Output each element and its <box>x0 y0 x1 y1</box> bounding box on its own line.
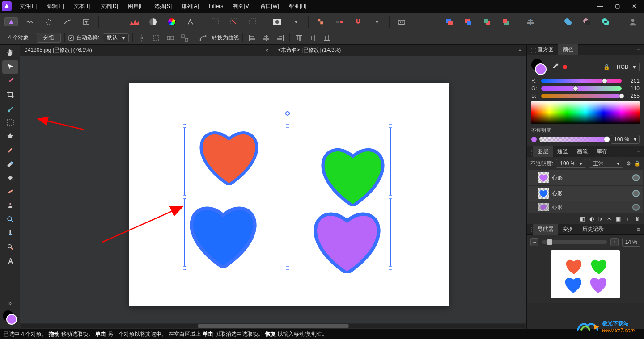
eyedropper-icon[interactable] <box>551 63 559 71</box>
tab-navigator[interactable]: 导航器 <box>533 224 558 235</box>
horizontal-scrollbar[interactable] <box>20 323 526 329</box>
menu-window[interactable]: 窗口[W] <box>256 1 284 12</box>
color-spectrum[interactable] <box>531 101 640 124</box>
stamp-tool[interactable] <box>2 226 18 240</box>
opacity-value-field[interactable]: 100 %▾ <box>611 135 640 144</box>
blend-mode-dropdown[interactable]: 正常▾ <box>589 159 623 168</box>
menu-text[interactable]: 文本[T] <box>69 1 95 12</box>
more-tools[interactable]: » <box>2 297 18 310</box>
panel-grip-icon[interactable]: ⋮⋮ <box>529 47 533 53</box>
levels-icon[interactable] <box>127 15 141 29</box>
menu-view[interactable]: 视图[V] <box>229 1 255 12</box>
menu-arrange[interactable]: 排列[A] <box>177 1 203 12</box>
move-tool[interactable] <box>2 60 18 74</box>
panel-menu-icon[interactable]: ≡ <box>634 149 642 155</box>
align-left-icon[interactable] <box>246 33 257 43</box>
zoom-in-button[interactable]: + <box>610 238 619 246</box>
auto-select-mode-dropdown[interactable]: 默认▾ <box>103 33 129 42</box>
fill-tool[interactable] <box>2 171 18 184</box>
persona-export-icon[interactable] <box>80 15 93 29</box>
drag-handle-icon[interactable]: ⋮⋮ <box>531 175 535 181</box>
zoom-slider[interactable] <box>542 240 607 244</box>
delete-layer-icon[interactable]: 🗑 <box>635 216 640 222</box>
cycle-box-icon[interactable] <box>165 33 176 43</box>
menu-help[interactable]: 帮助[H] <box>284 1 311 12</box>
healing-tool[interactable] <box>2 185 18 198</box>
r-slider[interactable]: R: 201 <box>531 78 640 84</box>
adjustment-icon[interactable]: ◐ <box>589 216 594 222</box>
add-layer-icon[interactable]: ＋ <box>625 215 631 223</box>
panel-menu-icon[interactable]: ≡ <box>634 47 642 53</box>
panel-menu-icon[interactable]: ≡ <box>634 226 642 233</box>
flood-select-tool[interactable] <box>2 130 18 143</box>
selection-intersect-icon[interactable] <box>246 15 259 29</box>
clone-tool[interactable] <box>2 199 18 212</box>
convert-curve-icon[interactable] <box>198 33 208 43</box>
menu-layer[interactable]: 图层[L] <box>123 1 149 12</box>
adjust-icon[interactable] <box>146 15 160 29</box>
tab-brushes[interactable]: 画笔 <box>572 146 592 157</box>
group-layer-icon[interactable]: ▣ <box>616 216 621 222</box>
align-center-icon[interactable] <box>524 15 537 29</box>
menu-filters[interactable]: Filters <box>204 1 228 11</box>
order-backward-icon[interactable] <box>462 15 475 29</box>
paint-brush-tool[interactable] <box>2 143 18 157</box>
doc-tab-2[interactable]: <未命名> [已修改] (14.3%) × <box>273 45 526 56</box>
color-picker-tool[interactable] <box>2 74 18 88</box>
tab-color[interactable]: 颜色 <box>558 44 578 55</box>
bool-add-icon[interactable] <box>561 15 575 29</box>
tab-channels[interactable]: 通道 <box>553 146 572 157</box>
tab-transform[interactable]: 变换 <box>558 224 578 235</box>
lock-icon[interactable]: 🔒 <box>634 160 640 167</box>
layer-row[interactable]: ⋮⋮ 心形 <box>528 201 643 213</box>
align-hcenter-icon[interactable] <box>261 33 271 43</box>
lock-icon[interactable]: 🔒 <box>603 64 610 70</box>
rotation-handle[interactable] <box>285 111 290 116</box>
text-tool[interactable] <box>2 254 18 268</box>
dropdown-icon[interactable] <box>289 15 303 29</box>
color-wheel-icon[interactable] <box>165 15 178 29</box>
align-right-icon[interactable] <box>275 33 286 43</box>
opacity-slider[interactable] <box>539 137 608 142</box>
order-back-icon[interactable] <box>443 15 456 29</box>
auto-icon[interactable] <box>184 15 197 29</box>
align-top-icon[interactable] <box>293 33 304 43</box>
layer-row[interactable]: ⋮⋮ 心形 <box>528 170 643 185</box>
tab-histogram[interactable]: 直方图 <box>533 44 558 55</box>
zoom-out-button[interactable]: − <box>530 238 538 246</box>
dodge-tool[interactable] <box>2 240 18 254</box>
close-tab-icon[interactable]: × <box>518 47 521 54</box>
transform-origin-icon[interactable] <box>136 33 147 43</box>
color-swatch[interactable] <box>3 310 18 326</box>
visibility-toggle[interactable] <box>632 190 640 197</box>
navigator-preview[interactable] <box>551 250 620 298</box>
menu-select[interactable]: 选择[S] <box>150 1 176 12</box>
b-slider[interactable]: B: 255 <box>531 93 640 99</box>
show-bbox-icon[interactable] <box>151 33 161 43</box>
color-swatch-pair[interactable] <box>531 59 547 75</box>
persona-photo-icon[interactable] <box>4 17 18 26</box>
drag-handle-icon[interactable]: ⋮⋮ <box>531 190 535 197</box>
zoom-value-field[interactable]: 14 % <box>622 238 640 247</box>
bool-xor-icon[interactable] <box>599 15 612 29</box>
mask-icon[interactable]: ◧ <box>580 216 585 222</box>
gear-icon[interactable]: ⚙ <box>626 160 631 167</box>
window-minimize[interactable]: — <box>592 1 608 12</box>
align-vcenter-icon[interactable] <box>308 33 318 43</box>
layer-row[interactable]: ⋮⋮ 心形 <box>528 186 643 201</box>
drag-handle-icon[interactable]: ⋮⋮ <box>531 204 535 210</box>
align-bottom-icon[interactable] <box>322 33 333 43</box>
order-forward-icon[interactable] <box>480 15 494 29</box>
assistant-icon[interactable] <box>395 15 408 29</box>
visibility-toggle[interactable] <box>632 174 640 181</box>
panel-grip-icon[interactable]: ⋮⋮ <box>529 149 533 155</box>
brush-selection-tool[interactable] <box>2 102 18 115</box>
menu-file[interactable]: 文件[F] <box>15 1 41 12</box>
crop-layer-icon[interactable]: ✂ <box>607 216 611 222</box>
snap-icon[interactable] <box>314 15 327 29</box>
hide-sel-icon[interactable] <box>179 33 190 43</box>
account-icon[interactable] <box>626 15 640 29</box>
menu-document[interactable]: 文档[D] <box>96 1 123 12</box>
panel-grip-icon[interactable]: ⋮⋮ <box>529 226 533 233</box>
snap2-icon[interactable] <box>333 15 346 29</box>
